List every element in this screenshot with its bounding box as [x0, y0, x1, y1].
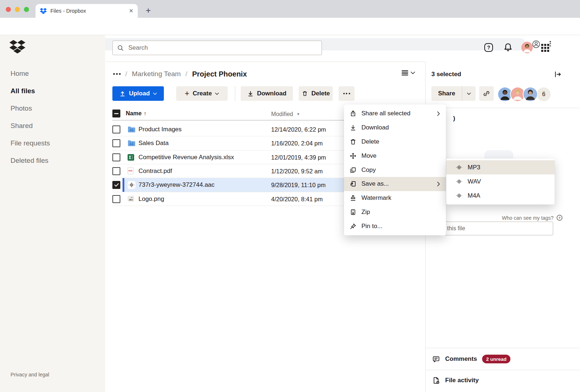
- menu-item-download[interactable]: Download: [344, 121, 446, 135]
- collapse-panel-icon[interactable]: [554, 70, 562, 78]
- row-checkbox[interactable]: [112, 167, 120, 175]
- select-all-checkbox[interactable]: [112, 110, 120, 117]
- sidebar-item-photos[interactable]: Photos: [11, 104, 32, 112]
- create-label: Create: [192, 90, 212, 97]
- tags-help-row: Who can see my tags? ?: [431, 215, 563, 221]
- modified-caret-icon[interactable]: ▾: [297, 112, 299, 116]
- delete-button[interactable]: Delete: [299, 86, 333, 101]
- menu-item-copy[interactable]: Copy: [344, 163, 446, 177]
- chevron-down-icon[interactable]: [462, 86, 476, 101]
- collaborator-avatar[interactable]: [523, 87, 538, 102]
- link-icon: [483, 90, 490, 97]
- hidden-title-fragment: ): [453, 115, 455, 122]
- row-checkbox[interactable]: [112, 139, 120, 147]
- file-name[interactable]: 737r3-yweyrew-372744.aac: [138, 181, 215, 189]
- file-name[interactable]: Sales Data: [138, 140, 169, 147]
- download-button[interactable]: Download: [241, 86, 293, 101]
- selected-row-accent: [123, 178, 124, 192]
- menu-item-share-all-selected[interactable]: Share all selected: [344, 107, 446, 121]
- breadcrumb-parent[interactable]: Marketing Team: [132, 70, 181, 78]
- submenu-item-mp3[interactable]: MP3: [446, 160, 555, 174]
- file-name[interactable]: Product Images: [138, 126, 182, 133]
- copy-link-button[interactable]: [479, 86, 494, 101]
- tags-help-link[interactable]: Who can see my tags?: [502, 215, 554, 221]
- privacy-legal-link[interactable]: Privacy and legal: [11, 372, 49, 377]
- search-bar[interactable]: [112, 41, 322, 55]
- window-zoom-button[interactable]: [24, 7, 29, 12]
- row-checkbox[interactable]: [112, 195, 120, 203]
- file-name[interactable]: Competitive Revenue Analysis.xlsx: [138, 154, 234, 161]
- excel-file-icon: [128, 154, 134, 161]
- svg-text:?: ?: [559, 216, 560, 220]
- submenu-item-m4a[interactable]: M4A: [446, 189, 555, 203]
- create-button[interactable]: + Create: [176, 86, 228, 101]
- comments-divider: [426, 348, 580, 348]
- comments-row[interactable]: Comments: [445, 355, 477, 363]
- browser-tab[interactable]: Files - Dropbox ✕: [36, 4, 138, 18]
- ellipsis-icon: [343, 93, 350, 94]
- plus-icon: +: [185, 90, 190, 97]
- row-checkbox-checked[interactable]: [112, 181, 120, 189]
- apps-grid-icon[interactable]: [541, 44, 550, 52]
- browser-window: Files - Dropbox ✕ + dropbox.com Ho: [0, 0, 580, 392]
- browser-toolbar: dropbox.com: [0, 18, 580, 35]
- file-activity-icon: [432, 376, 440, 384]
- dropbox-logo-icon[interactable]: [9, 40, 25, 54]
- copy-icon: [349, 166, 357, 174]
- search-input[interactable]: [128, 44, 317, 52]
- share-button[interactable]: Share: [431, 86, 476, 101]
- tab-title: Files - Dropbox: [50, 8, 129, 14]
- sidebar-item-deleted-files[interactable]: Deleted files: [11, 157, 49, 165]
- more-actions-button[interactable]: [339, 86, 355, 101]
- menu-item-move[interactable]: Move: [344, 149, 446, 163]
- row-checkbox[interactable]: [112, 125, 120, 133]
- view-toggle-button[interactable]: [402, 70, 415, 76]
- sidebar-item-home[interactable]: Home: [11, 70, 29, 78]
- pdf-file-icon: PDF: [128, 167, 133, 174]
- collaborator-overflow-count[interactable]: 6: [536, 87, 551, 102]
- tag-input-field[interactable]: [431, 222, 553, 235]
- menu-item-pin-to[interactable]: Pin to...: [344, 219, 446, 233]
- sidebar-item-shared[interactable]: Shared: [11, 122, 33, 130]
- sidebar-item-file-requests[interactable]: File requests: [11, 139, 50, 147]
- menu-item-save-as[interactable]: Save as...: [344, 177, 446, 191]
- waveform-icon: [456, 165, 463, 170]
- account-avatar[interactable]: [521, 42, 533, 53]
- upload-button[interactable]: Upload: [112, 86, 164, 101]
- browser-menu-icon[interactable]: [550, 40, 551, 47]
- menu-item-watermark[interactable]: Watermark: [344, 191, 446, 205]
- menu-item-delete[interactable]: Delete: [344, 135, 446, 149]
- menu-item-zip[interactable]: Zip: [344, 205, 446, 219]
- help-circle-icon[interactable]: ?: [556, 215, 563, 221]
- dropbox-favicon-icon: [40, 8, 47, 14]
- new-tab-button[interactable]: +: [146, 5, 151, 16]
- toolbar-divider: [235, 86, 235, 101]
- header-divider: [105, 62, 425, 62]
- file-modified: 12/01/2019, 4:39 pm: [271, 154, 326, 161]
- sidebar-item-all-files[interactable]: All files: [11, 87, 35, 95]
- search-icon: [117, 45, 124, 51]
- file-activity-row[interactable]: File activity: [445, 377, 479, 384]
- shared-folder-icon: [128, 126, 136, 133]
- tag-input[interactable]: [432, 225, 553, 232]
- upload-icon: [119, 90, 126, 97]
- help-icon[interactable]: ?: [484, 43, 493, 52]
- column-header-name[interactable]: Name↑: [126, 110, 146, 117]
- file-modified: 12/14/2020, 6:22 pm: [271, 126, 326, 133]
- window-close-button[interactable]: [6, 7, 11, 12]
- file-name[interactable]: Contract.pdf: [138, 168, 172, 175]
- file-name[interactable]: Logo.png: [138, 195, 164, 203]
- breadcrumb-ellipsis-icon[interactable]: [113, 73, 121, 75]
- notifications-bell-icon[interactable]: [503, 42, 513, 52]
- column-header-modified[interactable]: Modified: [271, 111, 293, 117]
- breadcrumb-separator: /: [186, 70, 187, 78]
- tab-close-icon[interactable]: ✕: [129, 8, 133, 14]
- breadcrumb-separator: /: [125, 70, 127, 78]
- svg-text:PDF: PDF: [128, 170, 133, 172]
- submenu-item-wav[interactable]: WAV: [446, 174, 555, 189]
- window-minimize-button[interactable]: [15, 7, 20, 12]
- comments-unread-badge: 2 unread: [482, 355, 510, 363]
- row-checkbox[interactable]: [112, 153, 120, 161]
- audio-file-icon: [128, 181, 136, 189]
- chevron-down-icon: [153, 92, 157, 95]
